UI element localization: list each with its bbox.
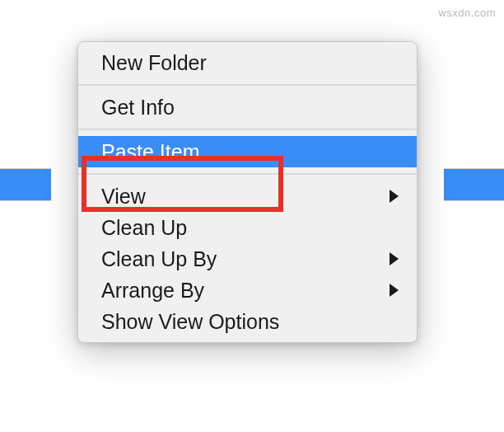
menu-item-paste-item[interactable]: Paste Item	[78, 136, 417, 167]
context-menu: New Folder Get Info Paste Item View Clea…	[77, 41, 418, 343]
menu-item-arrange-by[interactable]: Arrange By	[78, 275, 417, 306]
menu-item-clean-up-by[interactable]: Clean Up By	[78, 243, 417, 275]
menu-item-label: Clean Up	[101, 216, 187, 240]
chevron-right-icon	[390, 284, 399, 297]
highlight-strip-left	[0, 169, 51, 200]
menu-item-show-view-options[interactable]: Show View Options	[78, 306, 417, 337]
menu-item-view[interactable]: View	[78, 181, 417, 212]
menu-item-label: Get Info	[101, 96, 175, 120]
highlight-strip-right	[444, 169, 504, 200]
menu-item-clean-up[interactable]: Clean Up	[78, 212, 417, 243]
menu-item-label: Show View Options	[101, 310, 279, 334]
chevron-right-icon	[390, 252, 399, 265]
menu-separator	[78, 84, 417, 86]
menu-item-label: Clean Up By	[101, 247, 217, 271]
menu-item-new-folder[interactable]: New Folder	[78, 47, 417, 78]
watermark-text: wsxdn.com	[438, 7, 496, 19]
menu-item-get-info[interactable]: Get Info	[78, 92, 417, 123]
chevron-right-icon	[390, 190, 399, 203]
menu-separator	[78, 173, 417, 175]
menu-item-label: Arrange By	[101, 279, 204, 303]
menu-item-label: Paste Item	[101, 140, 200, 164]
menu-separator	[78, 129, 417, 130]
menu-item-label: View	[101, 185, 146, 209]
menu-item-label: New Folder	[101, 51, 207, 75]
